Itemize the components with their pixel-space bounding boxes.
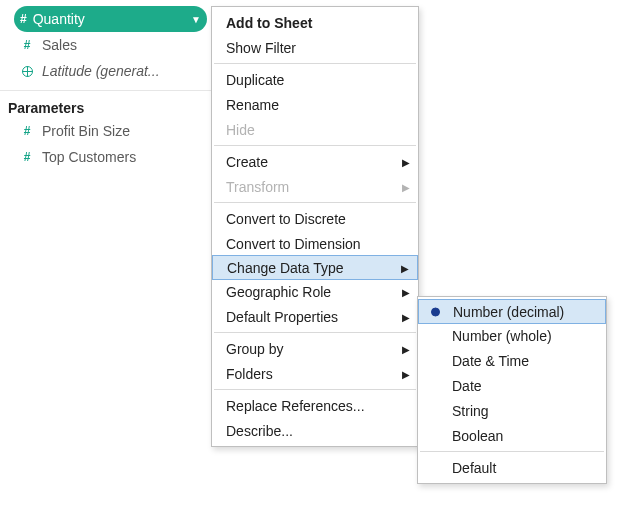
parameters-header: Parameters [0,90,215,118]
hash-icon: # [18,124,36,138]
hash-icon: # [20,12,27,26]
submenu-item-label: Default [452,460,496,476]
menu-item-label: Folders [226,366,273,382]
menu-separator [214,145,416,146]
menu-item-label: Geographic Role [226,284,331,300]
submenu-arrow-icon: ▶ [402,286,410,297]
menu-item-label: Group by [226,341,284,357]
submenu-item-label: Boolean [452,428,503,444]
field-pill-quantity[interactable]: # Quantity ▼ [14,6,207,32]
menu-item[interactable]: Duplicate [212,67,418,92]
parameter-label: Profit Bin Size [42,123,130,139]
menu-separator [420,451,604,452]
menu-separator [214,63,416,64]
caret-down-icon: ▼ [191,14,201,25]
radio-selected-icon [431,307,440,316]
menu-item[interactable]: Change Data Type▶ [212,255,418,280]
menu-item-label: Show Filter [226,40,296,56]
menu-item-label: Change Data Type [227,260,344,276]
field-row-latitude[interactable]: Latitude (generat... [0,58,215,84]
menu-separator [214,202,416,203]
submenu-arrow-icon: ▶ [401,262,409,273]
hash-icon: # [18,150,36,164]
globe-icon [18,66,36,77]
submenu-item[interactable]: Default [418,455,606,480]
menu-item-label: Convert to Discrete [226,211,346,227]
menu-separator [214,332,416,333]
menu-item-label: Default Properties [226,309,338,325]
menu-item-label: Replace References... [226,398,365,414]
submenu-item[interactable]: String [418,398,606,423]
menu-item-label: Duplicate [226,72,284,88]
submenu-item[interactable]: Number (whole) [418,323,606,348]
submenu-arrow-icon: ▶ [402,181,410,192]
submenu-item[interactable]: Boolean [418,423,606,448]
submenu-arrow-icon: ▶ [402,368,410,379]
context-menu[interactable]: Add to SheetShow FilterDuplicateRenameHi… [211,6,419,447]
menu-item[interactable]: Folders▶ [212,361,418,386]
menu-item[interactable]: Replace References... [212,393,418,418]
menu-item[interactable]: Describe... [212,418,418,443]
menu-item-label: Transform [226,179,289,195]
submenu-arrow-icon: ▶ [402,343,410,354]
data-type-submenu[interactable]: Number (decimal)Number (whole)Date & Tim… [417,296,607,484]
parameter-row[interactable]: # Profit Bin Size [0,118,215,144]
menu-item: Transform▶ [212,174,418,199]
menu-item[interactable]: Rename [212,92,418,117]
submenu-item[interactable]: Date & Time [418,348,606,373]
menu-item[interactable]: Group by▶ [212,336,418,361]
parameter-label: Top Customers [42,149,136,165]
field-row-sales[interactable]: # Sales [0,32,215,58]
field-pill-label: Quantity [33,11,187,27]
menu-item[interactable]: Default Properties▶ [212,304,418,329]
hash-icon: # [18,38,36,52]
menu-item-label: Rename [226,97,279,113]
field-label: Latitude (generat... [42,63,160,79]
submenu-arrow-icon: ▶ [402,311,410,322]
section-label: Parameters [8,100,84,116]
submenu-item[interactable]: Date [418,373,606,398]
menu-item-label: Hide [226,122,255,138]
parameter-row[interactable]: # Top Customers [0,144,215,170]
menu-item-label: Create [226,154,268,170]
menu-item-label: Convert to Dimension [226,236,361,252]
menu-item[interactable]: Convert to Dimension [212,231,418,256]
menu-separator [214,389,416,390]
menu-item[interactable]: Convert to Discrete [212,206,418,231]
submenu-item-label: String [452,403,489,419]
menu-item-label: Describe... [226,423,293,439]
submenu-arrow-icon: ▶ [402,156,410,167]
submenu-item-label: Date [452,378,482,394]
field-label: Sales [42,37,77,53]
data-pane: # Quantity ▼ # Sales Latitude (generat..… [0,0,215,170]
menu-item[interactable]: Geographic Role▶ [212,279,418,304]
menu-item: Hide [212,117,418,142]
submenu-item[interactable]: Number (decimal) [418,299,606,324]
menu-item[interactable]: Show Filter [212,35,418,60]
menu-item[interactable]: Create▶ [212,149,418,174]
menu-item[interactable]: Add to Sheet [212,10,418,35]
submenu-item-label: Date & Time [452,353,529,369]
menu-item-label: Add to Sheet [226,15,312,31]
submenu-item-label: Number (whole) [452,328,552,344]
submenu-item-label: Number (decimal) [453,304,564,320]
